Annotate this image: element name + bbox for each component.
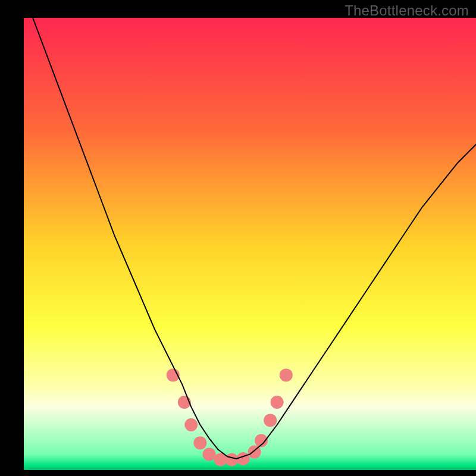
highlight-marker: [280, 368, 293, 381]
highlight-marker: [193, 436, 206, 449]
highlight-marker: [237, 452, 250, 465]
highlight-marker: [264, 414, 277, 427]
highlight-marker: [203, 447, 216, 461]
chart-canvas: [0, 0, 476, 476]
plot-background: [24, 18, 476, 470]
highlight-marker: [184, 418, 198, 431]
highlight-marker: [271, 396, 284, 409]
highlight-marker: [226, 453, 239, 466]
chart-frame: TheBottleneck.com: [0, 0, 476, 476]
watermark-text: TheBottleneck.com: [345, 2, 469, 19]
